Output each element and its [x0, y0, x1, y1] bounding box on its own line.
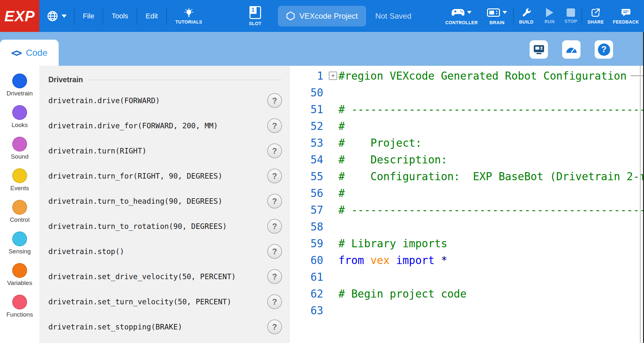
category-label: Control — [10, 216, 29, 223]
category-icon-control[interactable] — [12, 200, 27, 215]
command-help-button[interactable]: ? — [267, 93, 282, 108]
code-token: import — [396, 254, 434, 267]
code-token: vex — [370, 254, 390, 267]
build-button[interactable]: BUILD — [514, 0, 539, 32]
command-text[interactable]: drivetrain.set_turn_velocity(50, PERCENT… — [48, 298, 267, 306]
command-help-button[interactable]: ? — [267, 143, 282, 158]
category-icon-drivetrain[interactable] — [12, 74, 27, 88]
build-label: BUILD — [519, 19, 534, 24]
lightbulb-icon — [184, 8, 194, 17]
feedback-bubble-icon — [621, 8, 631, 17]
command-help-button[interactable]: ? — [267, 294, 282, 309]
line-number: 53 — [289, 137, 323, 149]
project-name-button[interactable]: VEXcode Project — [278, 6, 366, 26]
code-line: 54# Description: — [289, 151, 644, 168]
category-drivetrain[interactable]: Drivetrain — [6, 71, 33, 103]
main-area: DrivetrainLooksSoundEventsControlSensing… — [0, 66, 644, 343]
code-line: 63 — [289, 302, 644, 319]
category-variables[interactable]: Variables — [7, 260, 32, 292]
editor-scrollbar[interactable] — [640, 66, 641, 343]
category-icon-sensing[interactable] — [12, 231, 27, 246]
category-sensing[interactable]: Sensing — [9, 229, 31, 260]
command-row[interactable]: drivetrain.turn_for(RIGHT, 90, DEGREES)? — [48, 163, 289, 189]
command-row[interactable]: drivetrain.turn_to_rotation(90, DEGREES)… — [48, 214, 289, 239]
command-help-button[interactable]: ? — [267, 194, 282, 209]
line-body: from vex import * — [338, 254, 644, 267]
device-info-button[interactable] — [530, 40, 548, 59]
command-help-button[interactable]: ? — [267, 269, 282, 284]
command-help-button[interactable]: ? — [267, 319, 282, 334]
code-line: 51# ------------------------------------… — [289, 101, 644, 118]
stop-button[interactable]: STOP — [560, 0, 581, 32]
menu-file[interactable]: File — [74, 0, 102, 32]
code-editor[interactable]: 1+#region VEXcode Generated Robot Config… — [289, 66, 644, 343]
command-row[interactable]: drivetrain.turn(RIGHT)? — [48, 138, 289, 163]
code-line: 61 — [289, 269, 644, 285]
category-icon-functions[interactable] — [12, 295, 27, 309]
code-token: # Configuration: EXP BaseBot (Drivetrain… — [338, 170, 644, 183]
tutorials-button[interactable]: TUTORIALS — [170, 0, 208, 32]
category-functions[interactable]: Functions — [6, 292, 33, 324]
category-icon-events[interactable] — [12, 168, 27, 183]
command-panel: Drivetrain drivetrain.drive(FORWARD)?dri… — [39, 66, 289, 343]
menu-edit[interactable]: Edit — [137, 0, 166, 32]
category-icon-looks[interactable] — [12, 105, 27, 120]
line-body: # — [338, 187, 644, 200]
category-icon-sound[interactable] — [12, 137, 27, 152]
command-help-button[interactable]: ? — [267, 244, 282, 259]
language-select[interactable] — [39, 0, 74, 32]
code-token: # Description: — [338, 153, 447, 166]
device-controls: CONTROLLER BRAIN BUILD RUN — [442, 0, 644, 32]
category-label: Events — [10, 185, 29, 192]
command-help-button[interactable]: ? — [267, 219, 282, 234]
category-control[interactable]: Control — [10, 197, 29, 229]
command-row[interactable]: drivetrain.drive(FORWARD)? — [48, 88, 289, 113]
code-line: 55# Configuration: EXP BaseBot (Drivetra… — [289, 168, 644, 185]
exp-logo: EXP — [0, 0, 39, 32]
tab-code[interactable]: <> Code — [0, 40, 59, 66]
command-text[interactable]: drivetrain.set_stopping(BRAKE) — [48, 323, 267, 331]
command-row[interactable]: drivetrain.set_stopping(BRAKE)? — [48, 314, 289, 339]
command-text[interactable]: drivetrain.drive_for(FORWARD, 200, MM) — [48, 122, 267, 130]
code-token: * — [441, 254, 447, 267]
command-row[interactable]: drivetrain.drive_for(FORWARD, 200, MM)? — [48, 113, 289, 138]
command-text[interactable]: drivetrain.drive(FORWARD) — [48, 96, 267, 105]
fold-expand-icon[interactable]: + — [329, 72, 337, 80]
menu-tools[interactable]: Tools — [103, 0, 136, 32]
command-row[interactable]: drivetrain.turn_to_heading(90, DEGREES)? — [48, 189, 289, 214]
command-help-button[interactable]: ? — [267, 169, 282, 183]
code-tab-bar: <> Code ? — [0, 32, 644, 66]
category-events[interactable]: Events — [10, 166, 29, 197]
command-text[interactable]: drivetrain.turn_for(RIGHT, 90, DEGREES) — [48, 172, 267, 180]
slot-button[interactable]: 1 SLOT — [242, 0, 269, 32]
category-label: Drivetrain — [6, 90, 33, 97]
command-text[interactable]: drivetrain.turn_to_rotation(90, DEGREES) — [48, 222, 267, 230]
line-body: # Description: — [338, 153, 644, 166]
help-button[interactable]: ? — [595, 40, 613, 59]
command-row[interactable]: drivetrain.set_turn_velocity(50, PERCENT… — [48, 289, 289, 314]
command-text[interactable]: drivetrain.turn(RIGHT) — [48, 147, 267, 155]
top-toolbar: EXP File Tools Edit TUTORIALS 1 SLO — [0, 0, 644, 32]
category-sound[interactable]: Sound — [11, 134, 29, 166]
line-number: 55 — [289, 170, 323, 183]
command-text[interactable]: drivetrain.set_drive_velocity(50, PERCEN… — [48, 272, 267, 281]
feedback-button[interactable]: FEEDBACK — [609, 0, 643, 32]
share-button[interactable]: SHARE — [582, 0, 609, 32]
category-label: Sound — [11, 153, 29, 160]
command-help-button[interactable]: ? — [267, 118, 282, 133]
brain-dropdown[interactable]: BRAIN — [481, 0, 513, 32]
category-icon-variables[interactable] — [12, 263, 27, 278]
controller-dropdown[interactable]: CONTROLLER — [442, 0, 481, 32]
code-token: # — [338, 120, 345, 132]
category-label: Variables — [7, 279, 32, 287]
code-brackets-icon: <> — [11, 47, 22, 59]
command-category-title: Drivetrain — [48, 75, 83, 84]
command-row[interactable]: drivetrain.stop()? — [48, 239, 289, 264]
category-looks[interactable]: Looks — [12, 103, 28, 134]
command-text[interactable]: drivetrain.turn_to_heading(90, DEGREES) — [48, 197, 267, 205]
command-row[interactable]: drivetrain.set_drive_velocity(50, PERCEN… — [48, 264, 289, 289]
command-text[interactable]: drivetrain.stop() — [48, 247, 267, 256]
category-label: Sensing — [9, 248, 31, 255]
run-button[interactable]: RUN — [539, 0, 560, 32]
monitor-button[interactable] — [562, 40, 581, 59]
